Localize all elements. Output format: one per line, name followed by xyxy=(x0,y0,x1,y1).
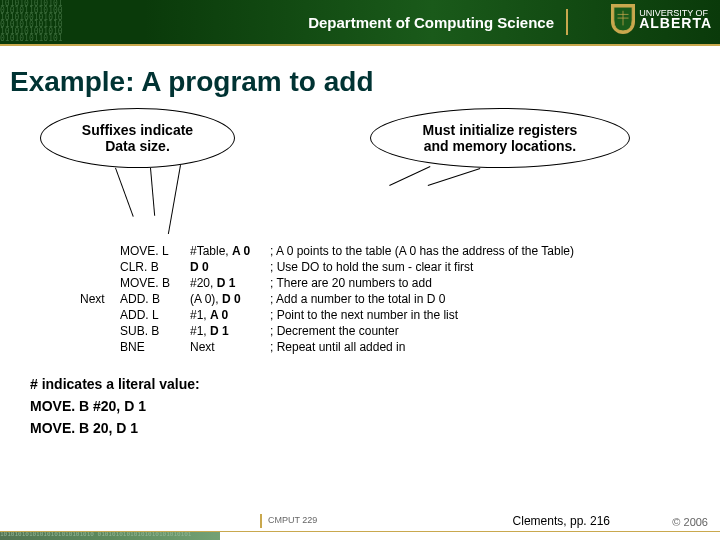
code-op: SUB. B xyxy=(120,323,190,339)
leader-line xyxy=(150,168,155,216)
binary-decoration: 1010101010101 0101011010100 101010010101… xyxy=(0,0,200,44)
university-logo: UNIVERSITY OF ALBERTA xyxy=(611,4,712,34)
university-name: UNIVERSITY OF ALBERTA xyxy=(639,8,712,30)
literal-l3: MOVE. B 20, D 1 xyxy=(30,417,720,439)
code-arg: (A 0), D 0 xyxy=(190,291,270,307)
code-arg: Next xyxy=(190,339,270,355)
code-label xyxy=(80,323,120,339)
code-arg: #1, D 1 xyxy=(190,323,270,339)
literal-note: # indicates a literal value: MOVE. B #20… xyxy=(30,373,720,439)
code-row: CLR. BD 0; Use DO to hold the sum - clea… xyxy=(80,259,580,275)
header-divider xyxy=(566,9,568,35)
code-op: ADD. L xyxy=(120,307,190,323)
slide-footer: 10101010101010101010101010 0101010101010… xyxy=(0,514,720,540)
callout-suffixes-l2: Data size. xyxy=(105,138,170,154)
code-arg: #20, D 1 xyxy=(190,275,270,291)
code-op: CLR. B xyxy=(120,259,190,275)
code-row: NextADD. B(A 0), D 0; Add a number to th… xyxy=(80,291,580,307)
assembly-code: MOVE. L#Table, A 0 ; A 0 points to the t… xyxy=(80,243,720,355)
footer-binary-decoration: 10101010101010101010101010 0101010101010… xyxy=(0,532,220,540)
leader-line xyxy=(115,168,134,217)
leader-line xyxy=(428,168,481,186)
code-label: Next xyxy=(80,291,120,307)
code-comment: ; Repeat until all added in xyxy=(270,339,580,355)
code-label xyxy=(80,339,120,355)
footer-course: CMPUT 229 xyxy=(260,514,317,528)
code-label xyxy=(80,307,120,323)
leader-line xyxy=(168,165,181,234)
leader-line xyxy=(389,166,430,186)
callout-suffixes-l1: Suffixes indicate xyxy=(82,122,193,138)
footer-divider xyxy=(260,514,262,528)
footer-copyright: © 2006 xyxy=(672,516,708,528)
code-label xyxy=(80,259,120,275)
code-comment: ; Decrement the counter xyxy=(270,323,580,339)
code-op: BNE xyxy=(120,339,190,355)
shield-icon xyxy=(611,4,635,34)
code-table: MOVE. L#Table, A 0 ; A 0 points to the t… xyxy=(80,243,580,355)
code-comment: ; Use DO to hold the sum - clear it firs… xyxy=(270,259,580,275)
callout-initialize: Must initialize registers and memory loc… xyxy=(370,108,630,168)
course-code: CMPUT 229 xyxy=(268,515,317,525)
university-big: ALBERTA xyxy=(639,15,712,31)
slide-title: Example: A program to add xyxy=(0,46,720,108)
callout-initialize-l1: Must initialize registers xyxy=(423,122,578,138)
code-row: MOVE. B#20, D 1; There are 20 numbers to… xyxy=(80,275,580,291)
code-label xyxy=(80,243,120,259)
code-row: ADD. L#1, A 0; Point to the next number … xyxy=(80,307,580,323)
literal-l1: # indicates a literal value: xyxy=(30,373,720,395)
code-arg: #1, A 0 xyxy=(190,307,270,323)
code-row: SUB. B#1, D 1; Decrement the counter xyxy=(80,323,580,339)
callout-area: Suffixes indicate Data size. Must initia… xyxy=(0,108,720,203)
code-arg: #Table, A 0 xyxy=(190,243,270,259)
code-op: MOVE. B xyxy=(120,275,190,291)
literal-l2: MOVE. B #20, D 1 xyxy=(30,395,720,417)
code-comment: ; There are 20 numbers to add xyxy=(270,275,580,291)
department-label: Department of Computing Science xyxy=(308,14,554,31)
callout-initialize-l2: and memory locations. xyxy=(424,138,576,154)
code-op: MOVE. L xyxy=(120,243,190,259)
callout-suffixes: Suffixes indicate Data size. xyxy=(40,108,235,168)
code-comment: ; Add a number to the total in D 0 xyxy=(270,291,580,307)
code-comment: ; A 0 points to the table (A 0 has the a… xyxy=(270,243,580,259)
code-comment: ; Point to the next number in the list xyxy=(270,307,580,323)
code-label xyxy=(80,275,120,291)
code-row: MOVE. L#Table, A 0 ; A 0 points to the t… xyxy=(80,243,580,259)
code-row: BNENext; Repeat until all added in xyxy=(80,339,580,355)
code-op: ADD. B xyxy=(120,291,190,307)
code-arg: D 0 xyxy=(190,259,270,275)
slide-header: 1010101010101 0101011010100 101010010101… xyxy=(0,0,720,44)
footer-citation: Clements, pp. 216 xyxy=(513,514,610,528)
